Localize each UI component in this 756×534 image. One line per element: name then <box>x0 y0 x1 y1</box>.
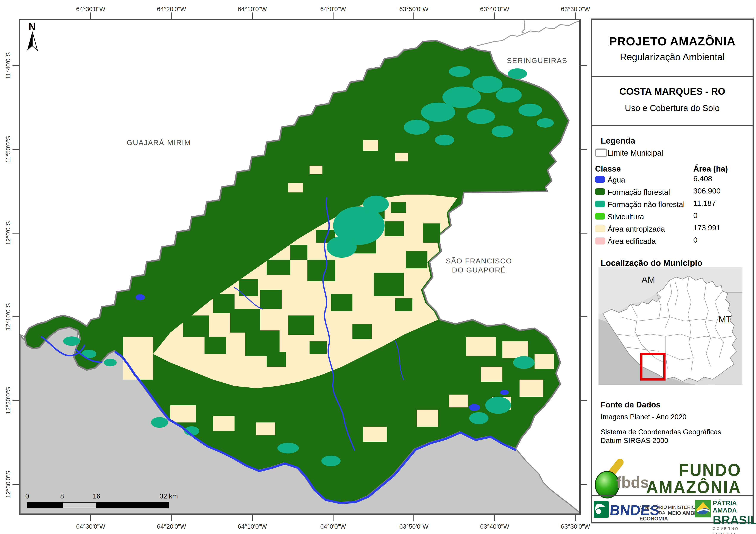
graticule-tick <box>333 13 334 19</box>
graticule-tick <box>13 149 19 150</box>
longitude-label-bottom: 64°10'0"W <box>238 523 267 530</box>
graticule-tick <box>13 400 19 401</box>
data-source-line1: Imagens Planet - Ano 2020 <box>601 413 687 421</box>
project-title: PROJETO AMAZÔNIA <box>592 35 753 48</box>
label-sao-francisco-1: SÃO FRANCISCO <box>446 257 512 265</box>
scalebar-label: 0 <box>25 493 29 500</box>
legend-swatch <box>595 188 605 195</box>
legend-swatch <box>595 238 606 244</box>
graticule-tick <box>580 317 587 317</box>
graticule-tick <box>575 515 576 521</box>
scalebar-segment-2 <box>62 502 96 508</box>
graticule-tick <box>580 400 587 401</box>
legend-area-value: 11.187 <box>693 199 716 208</box>
ministry-economy-bottom: ECONOMIA <box>639 516 665 522</box>
graticule-tick <box>575 13 576 19</box>
legend-class-label: Água <box>608 176 625 184</box>
graticule-tick <box>13 317 19 317</box>
fundo-amazonia-logo: FUNDO AMAZÔNIA <box>646 462 742 496</box>
label-am: AM <box>642 275 655 285</box>
ministry-economy-top: MINISTÉRIO DA <box>639 504 665 516</box>
north-arrow: N <box>23 23 42 55</box>
latitude-label: 11°50'0"S <box>5 136 12 163</box>
longitude-label-top: 64°20'0"W <box>157 6 186 13</box>
longitude-label-top: 64°10'0"W <box>238 6 267 13</box>
graticule-tick <box>252 515 253 521</box>
municipal-limit-label: Limite Municipal <box>608 148 663 158</box>
patria-line3: GOVERNO FEDERAL <box>713 526 756 534</box>
label-sao-francisco-2: DO GUAPORÉ <box>452 266 506 274</box>
ministry-economy: MINISTÉRIO DA ECONOMIA <box>639 504 665 522</box>
graticule-tick <box>494 13 495 19</box>
longitude-label-top: 64°0'0"W <box>320 6 346 13</box>
patria-amada-brasil-logo: PÁTRIA AMADA BRASIL GOVERNO FEDERAL <box>713 499 756 534</box>
legend-swatch <box>595 225 606 232</box>
locator-heading: Localização do Município <box>601 258 702 268</box>
scalebar-label: 16 <box>93 493 100 500</box>
longitude-label-top: 63°40'0"W <box>480 6 509 13</box>
municipality-title: COSTA MARQUES - RO <box>592 86 753 97</box>
graticule-tick <box>580 65 587 66</box>
label-guajara-mirim: GUAJARÁ-MIRIM <box>127 139 191 147</box>
fundo-line1: FUNDO <box>646 462 742 479</box>
longitude-label-top: 64°30'0"W <box>76 6 105 13</box>
data-source-line2: Sistema de Coordenadas Geográficas <box>601 428 721 436</box>
graticule-tick <box>171 515 172 521</box>
label-mt: MT <box>718 314 732 324</box>
panel-divider-1 <box>592 76 753 77</box>
north-label: N <box>29 21 36 32</box>
graticule-tick <box>580 233 587 234</box>
graticule-tick <box>13 484 19 485</box>
legend-area-header: Área (ha) <box>693 165 728 173</box>
patria-line1: PÁTRIA AMADA <box>713 499 756 514</box>
municipal-limit-swatch <box>595 148 607 157</box>
graticule-tick <box>580 149 587 150</box>
legend-area-value: 6.408 <box>693 174 712 183</box>
neighbor-boundary-line-top <box>477 20 525 46</box>
legend-class-label: Formação não florestal <box>608 200 685 209</box>
legend-area-value: 306.900 <box>693 187 721 195</box>
graticule-tick <box>494 515 495 521</box>
neighbor-boundary-line-ne <box>525 21 579 34</box>
scalebar-label: 32 km <box>160 493 178 500</box>
longitude-label-bottom: 64°0'0"W <box>320 523 346 530</box>
graticule-tick <box>414 515 414 521</box>
legend-heading: Legenda <box>601 136 635 145</box>
graticule-tick <box>171 13 172 19</box>
legend-class-label: Silvicultura <box>608 213 644 221</box>
panel-divider-2 <box>592 125 753 126</box>
legend-class-label: Formação florestal <box>608 188 670 196</box>
longitude-label-bottom: 63°40'0"W <box>480 523 509 530</box>
info-panel: PROJETO AMAZÔNIA Regularização Ambiental… <box>591 18 754 523</box>
fbds-logo-text: fbds <box>616 473 649 491</box>
locator-map: AM MT <box>599 267 742 385</box>
longitude-label-top: 63°30'0"W <box>561 6 590 13</box>
longitude-label-bottom: 63°30'0"W <box>561 523 590 530</box>
graticule-tick <box>580 484 587 485</box>
legend-area-value: 0 <box>693 236 697 244</box>
fundo-line2: AMAZÔNIA <box>646 479 742 496</box>
graticule-tick <box>13 65 19 66</box>
label-seringueiras: SERINGUEIRAS <box>507 56 567 65</box>
patria-line2: BRASIL <box>713 514 756 526</box>
map-subject: Uso e Cobertura do Solo <box>592 103 753 113</box>
legend-swatch <box>595 213 605 219</box>
graticule-tick <box>414 13 414 19</box>
data-source-heading: Fonte de Dados <box>601 400 661 409</box>
legend-class-label: Área edificada <box>608 237 656 245</box>
scalebar-label: 8 <box>60 493 64 500</box>
panel-divider-3 <box>592 495 753 496</box>
longitude-label-top: 63°50'0"W <box>399 6 428 13</box>
graticule-tick <box>333 515 334 521</box>
scalebar-segment-3 <box>96 502 169 508</box>
scalebar-segment-1 <box>27 502 62 508</box>
longitude-label-bottom: 64°20'0"W <box>157 523 186 530</box>
latitude-label: 12°10'0"S <box>5 303 12 330</box>
map-sheet: N GUAJARÁ-MIRIM SERINGUEIRAS SÃO FRANCIS… <box>0 0 756 534</box>
legend-class-header: Classe <box>595 165 621 173</box>
graticule-tick <box>90 515 91 521</box>
locator-map-svg: AM MT <box>599 267 742 385</box>
graticule-tick <box>13 233 19 234</box>
graticule-tick <box>252 13 253 19</box>
latitude-label: 12°30'0"S <box>5 470 12 498</box>
